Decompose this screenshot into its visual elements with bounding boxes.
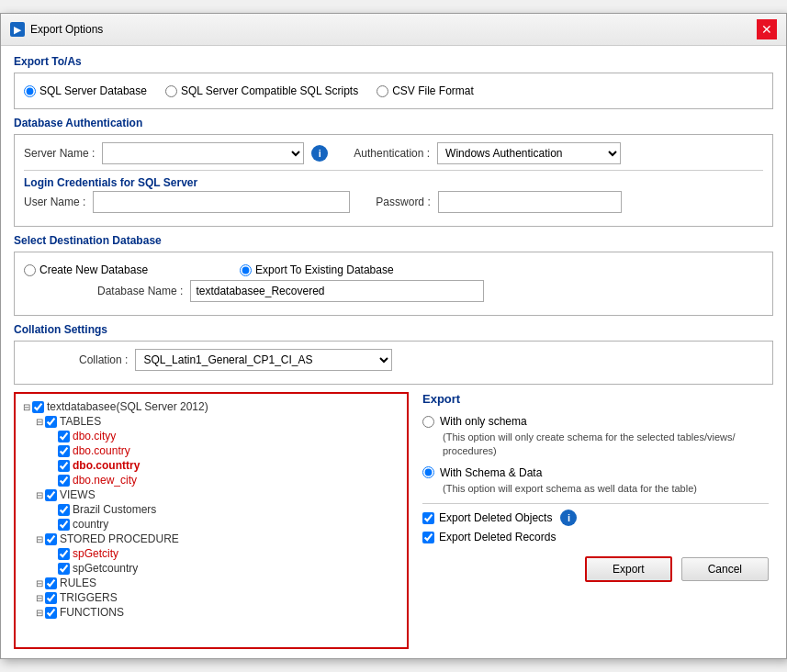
- tree-dbo-cityy[interactable]: dbo.cityy: [47, 429, 401, 443]
- export-to-as-content: SQL Server Database SQL Server Compatibl…: [14, 73, 773, 109]
- close-button[interactable]: ✕: [757, 19, 777, 39]
- button-row: Export Cancel: [422, 556, 769, 582]
- schema-only-row[interactable]: With only schema: [422, 415, 769, 428]
- export-deleted-records-checkbox[interactable]: [422, 532, 434, 543]
- tree-functions[interactable]: ⊟ FUNCTIONS: [34, 605, 401, 620]
- select-destination-content: Create New Database Export To Existing D…: [14, 252, 773, 316]
- radio-create-new-input[interactable]: [24, 264, 36, 276]
- username-label: User Name :: [24, 196, 85, 208]
- tree-sp-getcity-label: spGetcity: [73, 547, 118, 560]
- tree-dbo-new-city[interactable]: dbo.new_city: [47, 473, 401, 487]
- tree-views-group: ⊟ VIEWS Brazil Customers: [21, 487, 401, 532]
- tree-views-expand[interactable]: ⊟: [34, 490, 45, 500]
- tree-panel[interactable]: ⊟ textdatabasee(SQL Server 2012) ⊟ TABLE…: [14, 392, 409, 649]
- auth-separator: [24, 170, 763, 171]
- tree-counttry-checkbox[interactable]: [58, 460, 70, 472]
- tree-cityy-label: dbo.cityy: [73, 430, 116, 442]
- collation-row: Collation : SQL_Latin1_General_CP1_CI_AS…: [24, 349, 763, 371]
- radio-export-existing[interactable]: Export To Existing Database: [240, 263, 394, 276]
- export-deleted-objects-checkbox[interactable]: [422, 512, 434, 524]
- server-auth-row: Server Name : i Authentication : Windows…: [24, 142, 763, 164]
- tree-stored-procedure[interactable]: ⊟ STORED PROCEDURE: [34, 532, 401, 546]
- authentication-select[interactable]: Windows Authentication SQL Server Authen…: [437, 142, 621, 164]
- dialog-title: Export Options: [30, 23, 103, 36]
- tree-views[interactable]: ⊟ VIEWS: [34, 487, 401, 502]
- db-name-input[interactable]: [190, 280, 484, 302]
- tree-functions-group: ⊟ FUNCTIONS: [21, 605, 401, 620]
- tree-sp-getcountry[interactable]: spGetcountry: [47, 561, 401, 576]
- radio-sql-compatible[interactable]: SQL Server Compatible SQL Scripts: [165, 84, 358, 97]
- server-info-icon[interactable]: i: [311, 145, 328, 162]
- tree-new-city-checkbox[interactable]: [58, 475, 70, 487]
- main-content: ⊟ textdatabasee(SQL Server 2012) ⊟ TABLE…: [14, 392, 773, 649]
- tree-rules[interactable]: ⊟ RULES: [34, 576, 401, 590]
- tree-cityy-checkbox[interactable]: [58, 431, 70, 442]
- tree-triggers[interactable]: ⊟ TRIGGERS: [34, 590, 401, 605]
- tree-tables-label: TABLES: [60, 415, 101, 428]
- tree-functions-label: FUNCTIONS: [60, 606, 124, 619]
- tree-view-country-checkbox[interactable]: [58, 519, 70, 531]
- db-name-label: Database Name :: [97, 285, 183, 297]
- tree-triggers-checkbox[interactable]: [45, 592, 57, 604]
- radio-sql-compatible-label: SQL Server Compatible SQL Scripts: [181, 84, 358, 97]
- cancel-button[interactable]: Cancel: [681, 557, 769, 581]
- tree-root-checkbox[interactable]: [32, 401, 44, 413]
- radio-sql-server-db-input[interactable]: [24, 85, 36, 97]
- tree-sp-expand[interactable]: ⊟: [34, 534, 45, 544]
- tree-counttry-expand: [47, 461, 58, 471]
- tree-tables[interactable]: ⊟ TABLES: [34, 414, 401, 429]
- tree-tables-checkbox[interactable]: [45, 416, 57, 428]
- tree-triggers-expand[interactable]: ⊟: [34, 593, 45, 603]
- title-bar: ▶ Export Options ✕: [1, 14, 786, 46]
- tree-sp-getcity-checkbox[interactable]: [58, 548, 70, 560]
- collation-select[interactable]: SQL_Latin1_General_CP1_CI_AS Latin1_Gene…: [135, 349, 392, 371]
- collation-section: Collation Settings Collation : SQL_Latin…: [14, 323, 773, 385]
- tree-views-children: Brazil Customers country: [34, 502, 401, 532]
- radio-csv-format-label: CSV File Format: [392, 84, 474, 97]
- export-deleted-records-row: Export Deleted Records: [422, 531, 769, 543]
- tree-root[interactable]: ⊟ textdatabasee(SQL Server 2012): [21, 399, 401, 414]
- tree-rules-checkbox[interactable]: [45, 577, 57, 589]
- tree-sp-label: STORED PROCEDURE: [60, 532, 179, 545]
- schema-data-row[interactable]: With Schema & Data: [422, 466, 769, 479]
- select-destination-section: Select Destination Database Create New D…: [14, 234, 773, 316]
- radio-csv-format-input[interactable]: [377, 85, 388, 97]
- app-icon: ▶: [10, 22, 25, 37]
- tree-sp-getcountry-checkbox[interactable]: [58, 563, 70, 575]
- radio-csv-format[interactable]: CSV File Format: [377, 84, 474, 97]
- username-input[interactable]: [93, 191, 350, 213]
- radio-schema-data[interactable]: [422, 466, 434, 478]
- tree-country-checkbox[interactable]: [58, 445, 70, 457]
- deleted-objects-info-icon[interactable]: i: [560, 510, 577, 526]
- tree-tables-group: ⊟ TABLES dbo.cityy dbo.c: [21, 414, 401, 487]
- tree-brazil-expand: [47, 505, 58, 515]
- destination-radio-row: Create New Database Export To Existing D…: [24, 260, 763, 280]
- radio-sql-server-db[interactable]: SQL Server Database: [24, 84, 147, 97]
- tree-tables-expand[interactable]: ⊟: [34, 417, 45, 427]
- tree-sp-getcountry-expand: [47, 564, 58, 574]
- radio-schema-only[interactable]: [422, 416, 434, 428]
- tree-functions-checkbox[interactable]: [45, 607, 57, 619]
- tree-sp-getcity[interactable]: spGetcity: [47, 546, 401, 561]
- tree-tables-children: dbo.cityy dbo.country dbo.counttry: [34, 429, 401, 487]
- tree-views-checkbox[interactable]: [45, 489, 57, 501]
- tree-country-label: dbo.country: [73, 444, 130, 457]
- tree-view-country-label: country: [73, 518, 108, 531]
- tree-view-country[interactable]: country: [47, 517, 401, 532]
- tree-view-country-expand: [47, 520, 58, 530]
- tree-dbo-country[interactable]: dbo.country: [47, 443, 401, 458]
- password-input[interactable]: [438, 191, 622, 213]
- export-button[interactable]: Export: [585, 556, 672, 582]
- tree-functions-expand[interactable]: ⊟: [34, 608, 45, 618]
- tree-brazil-customers[interactable]: Brazil Customers: [47, 502, 401, 517]
- tree-dbo-counttry[interactable]: dbo.counttry: [47, 458, 401, 473]
- radio-sql-compatible-input[interactable]: [165, 85, 177, 97]
- radio-create-new[interactable]: Create New Database: [24, 263, 148, 276]
- server-name-select[interactable]: [102, 142, 304, 164]
- tree-rules-expand[interactable]: ⊟: [34, 578, 45, 588]
- radio-export-existing-input[interactable]: [240, 264, 252, 276]
- tree-sp-checkbox[interactable]: [45, 533, 57, 545]
- export-options-dialog: ▶ Export Options ✕ Export To/As SQL Serv…: [0, 13, 787, 659]
- tree-root-expand[interactable]: ⊟: [21, 402, 32, 412]
- tree-brazil-checkbox[interactable]: [58, 504, 70, 516]
